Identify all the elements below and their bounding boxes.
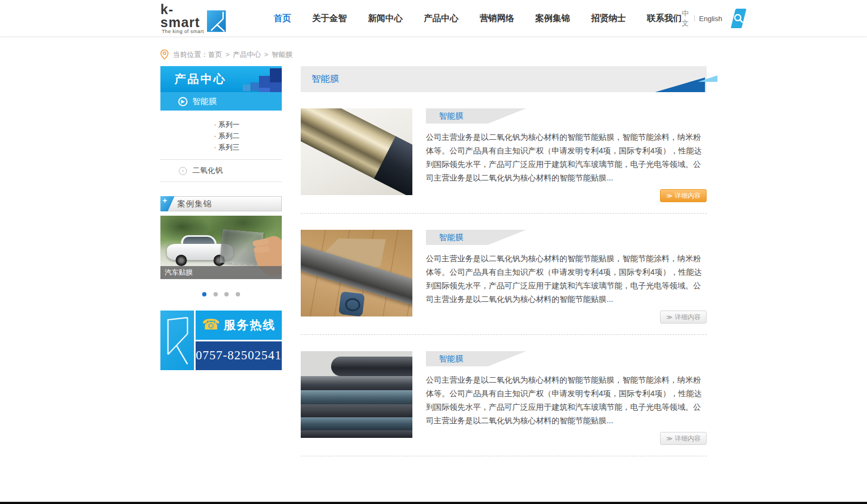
product-description: 公司主营业务是以二氧化钒为核心材料的智能节能贴膜，智能节能涂料，纳米粉体等。公司… <box>426 373 707 428</box>
case-slide-caption: 汽车贴膜 <box>160 266 282 279</box>
breadcrumb-separator: > <box>225 50 230 59</box>
breadcrumb: 当前位置： 首页 > 产品中心 > 智能膜 <box>160 37 707 66</box>
language-switch: 中文 English <box>682 9 722 28</box>
plus-corner-icon: + <box>160 196 174 211</box>
sidebar-divider <box>160 182 282 182</box>
header: k-smart The king of smart 首页 关于金智 新闻中心 产… <box>0 0 867 37</box>
breadcrumb-separator: > <box>264 50 269 59</box>
main-content: 智能膜 智能膜 公司主营业务是以二氧化钒为核心材料的智能节能贴膜，智能节能涂料，… <box>301 66 707 456</box>
product-tag: 智能膜 <box>426 230 526 245</box>
breadcrumb-home[interactable]: 首页 <box>208 50 222 60</box>
film-roll-cap <box>374 136 412 195</box>
case-slide-photo[interactable]: 汽车贴膜 <box>160 216 282 279</box>
tape-roll <box>339 291 365 316</box>
hotline-number: 0757-82502541 <box>196 341 282 371</box>
product-photo-gold-film[interactable] <box>301 108 412 195</box>
carousel-dot-1[interactable] <box>202 292 206 296</box>
detail-button[interactable]: ≫详细内容 <box>660 311 707 324</box>
nav-item-about[interactable]: 关于金智 <box>312 13 347 24</box>
film-roll <box>301 404 412 417</box>
nav-item-news[interactable]: 新闻中心 <box>368 13 403 24</box>
logo[interactable]: k-smart The king of smart <box>160 3 226 34</box>
page-title-bar: 智能膜 <box>301 66 707 92</box>
telephone-icon: ☎ <box>202 318 220 332</box>
carousel-dot-4[interactable] <box>236 292 240 296</box>
k-mark-icon <box>207 8 226 34</box>
product-item: 智能膜 公司主营业务是以二氧化钒为核心材料的智能节能贴膜，智能节能涂料，纳米粉体… <box>301 92 707 213</box>
nav-item-products[interactable]: 产品中心 <box>424 13 458 24</box>
lang-english[interactable]: English <box>699 15 722 23</box>
page: k-smart The king of smart 首页 关于金智 新闻中心 产… <box>0 0 867 504</box>
logo-text: k-smart The king of smart <box>160 3 204 34</box>
logo-name: k-smart <box>160 3 204 29</box>
dashed-separator <box>301 456 707 456</box>
carousel-dots <box>160 289 282 299</box>
nav-item-careers[interactable]: 招贤纳士 <box>591 13 626 24</box>
film-roll <box>301 430 412 438</box>
footer: 金智股份有限公司 ｜ 版权所有 广ICP备:06006808 分享： ℗ ✤ <box>0 502 867 504</box>
sidebar-item-smart-film[interactable]: ▶ 智能膜 <box>160 92 282 111</box>
carousel-dot-3[interactable] <box>224 292 229 296</box>
product-menu-header: 产品中心 <box>160 66 282 92</box>
case-gallery-header: + 案例集锦 <box>160 196 282 211</box>
breadcrumb-products[interactable]: 产品中心 <box>233 50 261 60</box>
product-menu-title: 产品中心 <box>174 73 227 85</box>
double-chevron-icon: ≫ <box>666 192 672 199</box>
sidebar: 产品中心 ▶ 智能膜 ·系列一 ·系列二 ·系列三 › 二氧化钒 <box>160 66 282 370</box>
mosaic-decoration <box>222 66 282 92</box>
submenu-item-series2[interactable]: ·系列二 <box>160 130 240 141</box>
nav-item-home[interactable]: 首页 <box>274 13 291 24</box>
hotline-title-row: ☎ 服务热线 <box>196 311 282 340</box>
product-description: 公司主营业务是以二氧化钒为核心材料的智能节能贴膜，智能节能涂料，纳米粉体等。公司… <box>426 131 707 185</box>
submenu-item-series3[interactable]: ·系列三 <box>160 141 240 153</box>
film-roll <box>301 108 412 195</box>
double-chevron-icon: ≫ <box>666 435 672 442</box>
lang-chinese[interactable]: 中文 <box>682 9 689 28</box>
product-tag: 智能膜 <box>426 351 526 366</box>
product-item: 智能膜 公司主营业务是以二氧化钒为核心材料的智能节能贴膜，智能节能涂料，纳米粉体… <box>301 214 707 334</box>
lang-divider <box>694 15 695 22</box>
case-gallery: + 案例集锦 汽车贴膜 <box>160 196 282 299</box>
service-hotline-banner: ☎ 服务热线 0757-82502541 <box>160 311 282 370</box>
circle-arrow-icon: › <box>179 167 187 175</box>
car-wheel <box>176 255 187 266</box>
film-roll <box>301 390 412 404</box>
detail-button[interactable]: ≫详细内容 <box>660 432 707 445</box>
hotline-logo-panel <box>160 311 194 370</box>
k-mark-outline-icon <box>164 314 191 366</box>
hotline-right: ☎ 服务热线 0757-82502541 <box>196 311 282 370</box>
sidebar-item-vanadium-dioxide[interactable]: › 二氧化钒 <box>160 160 282 182</box>
film-roll <box>301 376 412 390</box>
double-chevron-icon: ≫ <box>666 314 672 320</box>
location-pin-icon <box>160 49 169 60</box>
breadcrumb-current: 智能膜 <box>271 50 293 60</box>
detail-button[interactable]: ≫详细内容 <box>660 189 707 202</box>
nav-item-marketing[interactable]: 营销网络 <box>480 13 514 24</box>
search-button[interactable] <box>730 9 746 28</box>
product-item: 智能膜 公司主营业务是以二氧化钒为核心材料的智能节能贴膜，智能节能涂料，纳米粉体… <box>301 335 707 456</box>
film-roll <box>301 417 412 430</box>
film-roll <box>331 357 412 376</box>
product-description: 公司主营业务是以二氧化钒为核心材料的智能节能贴膜，智能节能涂料，纳米粉体等。公司… <box>426 252 707 306</box>
nav-item-contact[interactable]: 联系我们 <box>647 13 682 24</box>
circle-arrow-icon: ▶ <box>178 97 187 106</box>
page-title: 智能膜 <box>312 74 339 84</box>
carousel-dot-2[interactable] <box>213 292 218 296</box>
logo-tagline: The king of smart <box>160 29 204 34</box>
search-icon <box>733 13 744 24</box>
case-gallery-title: 案例集锦 <box>177 199 212 208</box>
product-tag: 智能膜 <box>426 108 526 124</box>
nav-item-cases[interactable]: 案例集锦 <box>535 13 570 24</box>
product-photo-film-on-wood[interactable] <box>301 230 412 316</box>
submenu: ·系列一 ·系列二 ·系列三 <box>160 111 282 159</box>
submenu-item-series1[interactable]: ·系列一 <box>160 119 240 130</box>
triangle-decoration-light <box>698 75 717 82</box>
hotline-title: 服务热线 <box>224 317 276 333</box>
breadcrumb-label: 当前位置： <box>173 50 208 60</box>
product-photo-film-rolls[interactable] <box>301 351 412 438</box>
main-nav: 首页 关于金智 新闻中心 产品中心 营销网络 案例集锦 招贤纳士 联系我们 <box>274 13 682 24</box>
